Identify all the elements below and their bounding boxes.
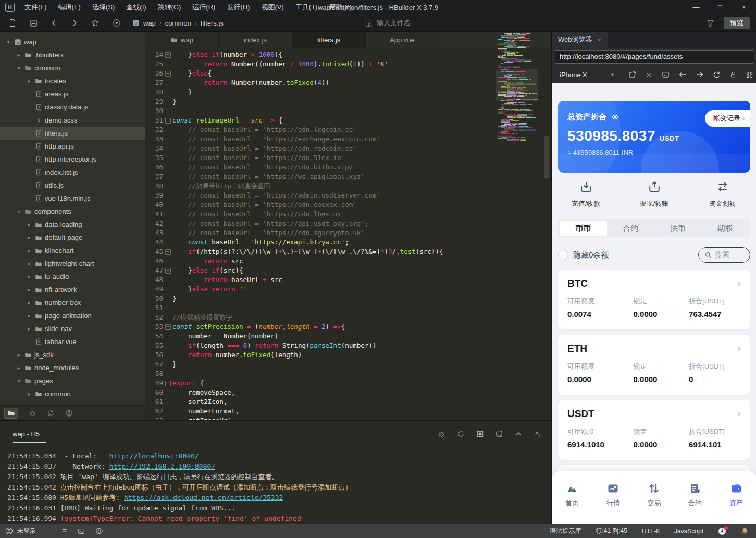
tab-币币[interactable]: 币币: [560, 221, 607, 236]
console-link[interactable]: http://192.168.2.109:8080/: [109, 462, 216, 470]
tree-item-index.list.js[interactable]: Jindex.list.js: [0, 166, 145, 179]
action-资金划转[interactable]: 资金划转: [688, 180, 756, 214]
nav-合约[interactable]: 合约: [675, 482, 716, 524]
preview-button[interactable]: 预览: [724, 17, 750, 29]
unlock-icon[interactable]: [729, 70, 737, 79]
open-external-icon[interactable]: [628, 70, 636, 79]
chevron-right-icon[interactable]: ▸: [25, 300, 33, 305]
run-icon[interactable]: [113, 19, 121, 27]
bell-icon[interactable]: [741, 527, 749, 535]
chevron-right-icon[interactable]: ▸: [25, 391, 33, 397]
new-terminal-icon[interactable]: [495, 430, 503, 438]
tree-item-common[interactable]: ▾common: [0, 62, 145, 75]
console-icon[interactable]: [662, 70, 670, 79]
refresh-icon[interactable]: [713, 70, 721, 79]
menu-item-1[interactable]: 编辑(E): [53, 3, 86, 12]
tree-item-wap[interactable]: ▾uwap: [0, 35, 145, 48]
language-label[interactable]: JavaScript: [674, 528, 703, 535]
account-record-button[interactable]: 帐变记录 ›: [705, 110, 750, 127]
editor-tab-wap[interactable]: wap: [145, 31, 219, 48]
tree-item-pages[interactable]: ▾pages: [0, 374, 145, 387]
update-icon[interactable]: [718, 527, 726, 535]
debug-icon[interactable]: [29, 409, 36, 417]
tree-item-lu-audio[interactable]: ▸lu-audio: [0, 270, 145, 283]
menu-item-6[interactable]: 发行(U): [221, 3, 255, 12]
globe-icon[interactable]: [65, 409, 73, 417]
user-icon[interactable]: [5, 527, 13, 535]
menu-item-0[interactable]: 文件(F): [19, 3, 53, 12]
chevron-right-icon[interactable]: ▸: [15, 52, 23, 58]
list-icon[interactable]: [60, 527, 67, 535]
console-tab[interactable]: wap - H5: [13, 430, 46, 443]
tree-item-.hbuilderx[interactable]: ▸.hbuilderx: [0, 48, 145, 62]
code-area[interactable]: 24− }else if(number > 1000){25 return Nu…: [145, 48, 551, 420]
sync-icon[interactable]: [47, 409, 55, 417]
back-icon[interactable]: [51, 19, 58, 27]
asset-card-BTC[interactable]: BTC›可用额度0.0074锁定0.0000折合[USDT]763.4547: [558, 270, 750, 329]
filter-icon[interactable]: [707, 19, 714, 27]
breadcrumb-item-2[interactable]: filters.js: [201, 19, 224, 27]
menu-item-5[interactable]: 运行(R): [187, 3, 221, 12]
tree-item-filters.js[interactable]: Jfilters.js: [0, 127, 145, 140]
login-status[interactable]: 未登录: [17, 527, 36, 535]
settings-icon[interactable]: [645, 70, 653, 79]
new-file-icon[interactable]: [8, 19, 17, 27]
files-icon[interactable]: [4, 408, 18, 419]
tree-item-default-page[interactable]: ▸default-page: [0, 231, 145, 244]
url-input[interactable]: http://localhost:8080/#/pages/fund/asset…: [555, 50, 753, 64]
menu-item-7[interactable]: 视图(V): [255, 3, 289, 12]
device-select[interactable]: iPhone X ▼: [555, 68, 619, 81]
editor-tab-filters.js[interactable]: filters.js: [292, 31, 366, 48]
tree-item-data-loading[interactable]: ▸data-loading: [0, 218, 145, 231]
tree-item-klinechart[interactable]: ▸klinechart: [0, 244, 145, 257]
globe-icon[interactable]: [95, 527, 103, 535]
chevron-down-icon[interactable]: ▾: [4, 39, 13, 45]
tree-item-locales[interactable]: ▸locales: [0, 75, 145, 88]
minimize-button[interactable]: —: [684, 0, 708, 15]
fold-marker[interactable]: −: [163, 322, 172, 332]
fold-marker[interactable]: −: [163, 247, 172, 256]
clear-icon[interactable]: [534, 430, 542, 438]
menu-item-3[interactable]: 查找(I): [120, 3, 152, 12]
editor-tab-App.vue[interactable]: App.vue: [366, 31, 439, 48]
nav-资产[interactable]: 资产: [715, 482, 756, 524]
maximize-button[interactable]: □: [708, 0, 732, 15]
console-link[interactable]: http://localhost:8080/: [109, 452, 199, 460]
arrow-right-icon[interactable]: [696, 70, 704, 79]
collapse-icon[interactable]: [515, 430, 523, 438]
tab-期权[interactable]: 期权: [701, 221, 749, 236]
debug-icon[interactable]: [438, 430, 445, 438]
nav-首页[interactable]: 首页: [552, 482, 593, 524]
chevron-right-icon[interactable]: ▸: [25, 274, 33, 279]
tree-item-lightweight-chart[interactable]: ▸lightweight-chart: [0, 257, 145, 270]
editor-scrollbar[interactable]: [544, 136, 549, 178]
breadcrumb-item-0[interactable]: wap: [143, 19, 156, 27]
terminal-icon[interactable]: [78, 527, 85, 535]
encoding-label[interactable]: UTF-8: [642, 528, 660, 535]
tree-item-areas.js[interactable]: Jareas.js: [0, 88, 145, 101]
chevron-right-icon[interactable]: ▸: [25, 261, 33, 266]
fold-marker[interactable]: −: [163, 69, 172, 78]
asset-search[interactable]: 搜索: [698, 247, 750, 263]
chevron-down-icon[interactable]: ▾: [15, 209, 23, 214]
chevron-right-icon[interactable]: ▸: [15, 365, 23, 371]
chevron-down-icon[interactable]: ▾: [15, 378, 23, 384]
file-search[interactable]: 输入文件名: [365, 18, 411, 28]
action-提现/转账[interactable]: 提现/转账: [620, 180, 688, 214]
tree-item-tabbar.vue[interactable]: Vtabbar.vue: [0, 335, 145, 348]
tree-item-number-box[interactable]: ▸number-box: [0, 296, 145, 309]
tree-item-js_sdk[interactable]: ▸js_sdk: [0, 348, 145, 361]
tab-法币[interactable]: 法币: [654, 221, 702, 236]
menu-item-2[interactable]: 选择(S): [86, 3, 120, 12]
star-icon[interactable]: [91, 19, 100, 27]
asset-card-USDT[interactable]: USDT›可用额度6914.1010锁定0.0000折合[USDT]6914.1…: [558, 400, 750, 460]
nav-交易[interactable]: 交易: [634, 482, 675, 524]
console-link[interactable]: https://ask.dcloud.net.cn/article/35232: [124, 494, 283, 502]
forward-icon[interactable]: [71, 19, 78, 27]
fold-marker[interactable]: −: [163, 50, 172, 59]
tree-item-demo.scss[interactable]: Sdemo.scss: [0, 114, 145, 127]
tree-item-common[interactable]: ▸common: [0, 387, 145, 400]
asset-card-ETH[interactable]: ETH›可用额度0.0000锁定0.0000折合[USDT]0: [558, 335, 750, 395]
fold-marker[interactable]: −: [163, 378, 172, 388]
chevron-right-icon[interactable]: ▸: [15, 352, 23, 358]
